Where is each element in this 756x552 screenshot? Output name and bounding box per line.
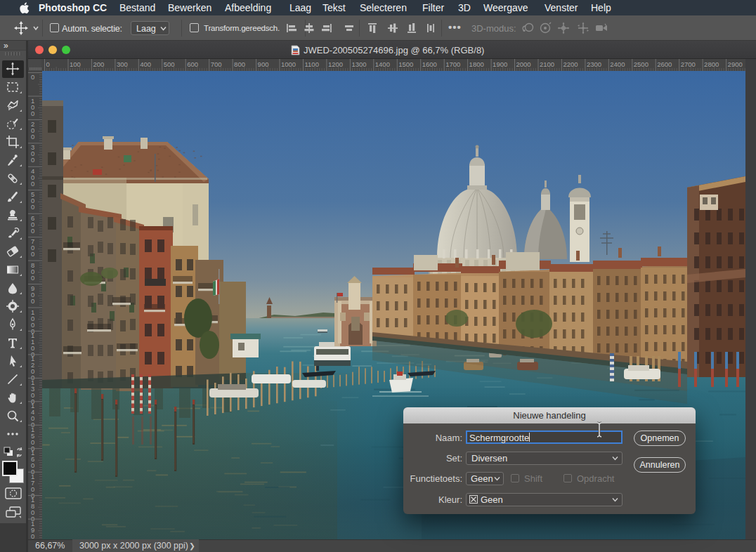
svg-text:400: 400 [140,60,151,68]
svg-text:0: 0 [31,73,34,81]
svg-text:1200: 1200 [328,60,343,68]
svg-text:0: 0 [31,227,34,235]
svg-text:1300: 1300 [351,60,366,68]
svg-text:800: 800 [234,60,245,68]
svg-text:500: 500 [164,60,175,68]
svg-text:0: 0 [31,274,34,282]
svg-text:1000: 1000 [281,60,296,68]
svg-text:2000: 2000 [516,60,531,68]
svg-text:2600: 2600 [657,60,672,68]
svg-text:1700: 1700 [445,60,460,68]
svg-text:2800: 2800 [704,60,719,68]
svg-text:1900: 1900 [493,60,507,68]
svg-text:0: 0 [46,60,50,68]
svg-text:0: 0 [31,297,34,305]
svg-text:0: 0 [31,156,34,164]
svg-text:1400: 1400 [375,60,390,68]
svg-text:700: 700 [211,60,222,68]
svg-text:2200: 2200 [563,60,578,68]
svg-text:100: 100 [70,60,81,68]
svg-text:200: 200 [93,60,104,68]
svg-text:0: 0 [31,203,34,211]
svg-text:600: 600 [187,60,198,68]
svg-text:1100: 1100 [305,60,319,68]
svg-text:2100: 2100 [540,60,554,68]
svg-text:300: 300 [117,60,128,68]
svg-text:0: 0 [31,133,34,140]
svg-text:1600: 1600 [422,60,437,68]
svg-text:0: 0 [31,180,34,188]
svg-text:2700: 2700 [681,60,696,68]
svg-text:2500: 2500 [634,60,649,68]
svg-text:2900: 2900 [728,60,743,68]
svg-text:2400: 2400 [610,60,625,68]
svg-text:0: 0 [31,250,34,258]
svg-text:2300: 2300 [587,60,601,68]
svg-text:0: 0 [31,110,34,117]
svg-text:900: 900 [258,60,269,68]
svg-text:1500: 1500 [398,60,413,68]
svg-text:1800: 1800 [469,60,484,68]
